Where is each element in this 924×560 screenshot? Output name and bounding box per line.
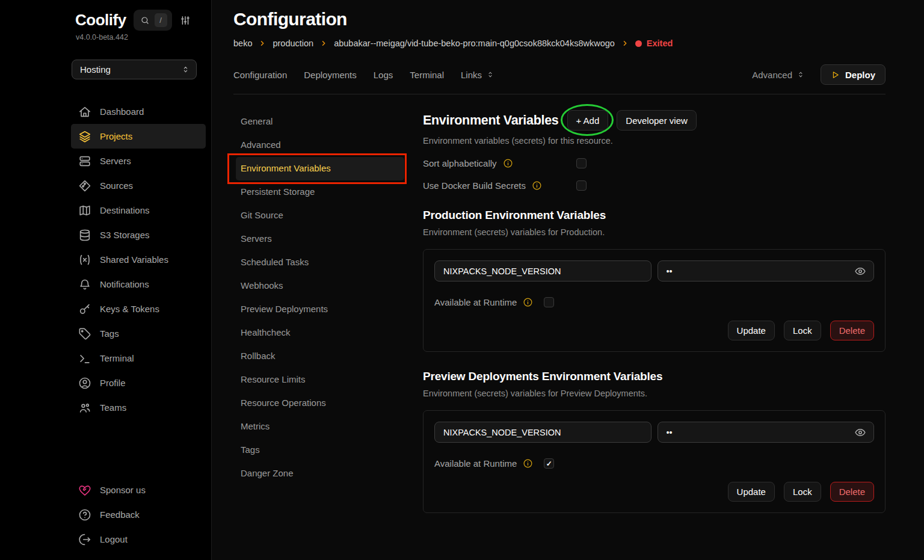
- update-button[interactable]: Update: [728, 321, 775, 340]
- sidebar-item-shared-variables[interactable]: Shared Variables: [71, 247, 206, 272]
- tab-links-dropdown[interactable]: Links: [461, 70, 494, 80]
- subnav-item-tags[interactable]: Tags: [236, 438, 404, 462]
- subnav-item-git-source[interactable]: Git Source: [236, 204, 404, 227]
- status-badge: Exited: [635, 38, 673, 48]
- sidebar-item-keys-tokens[interactable]: Keys & Tokens: [71, 297, 206, 321]
- app-logo[interactable]: Coolify: [75, 11, 126, 29]
- sidebar-item-projects[interactable]: Projects: [71, 124, 206, 149]
- team-select[interactable]: Hosting: [72, 60, 197, 79]
- runtime-label: Available at Runtime: [434, 297, 517, 307]
- developer-view-button[interactable]: Developer view: [617, 110, 697, 131]
- docker-build-secrets-row: Use Docker Build Secrets: [423, 180, 587, 191]
- sidebar-item-sources[interactable]: Sources: [71, 173, 206, 198]
- variable-actions: Update Lock Delete: [434, 482, 874, 502]
- sidebar-item-profile[interactable]: Profile: [71, 371, 206, 395]
- sidebar-item-sponsor-us[interactable]: Sponsor us: [71, 478, 206, 502]
- subnav-item-webhooks[interactable]: Webhooks: [236, 274, 404, 298]
- sidebar-item-label: Profile: [100, 378, 126, 388]
- sidebar-item-logout[interactable]: Logout: [71, 527, 206, 552]
- main-area: Configuration beko production abubakar--…: [212, 0, 924, 560]
- sidebar-item-label: Feedback: [100, 509, 140, 520]
- sort-alphabetically-row: Sort alphabetically: [423, 158, 587, 168]
- sidebar-item-label: Dashboard: [100, 106, 144, 117]
- filter-sliders-button[interactable]: [179, 14, 191, 26]
- update-button[interactable]: Update: [728, 482, 775, 502]
- sidebar-item-tags[interactable]: Tags: [71, 321, 206, 346]
- search-button[interactable]: /: [134, 10, 172, 31]
- reveal-value-button[interactable]: [854, 265, 866, 277]
- sidebar-item-feedback[interactable]: Feedback: [71, 502, 206, 527]
- available-at-runtime-checkbox[interactable]: [544, 458, 554, 469]
- sidebar-item-teams[interactable]: Teams: [71, 395, 206, 420]
- info-icon[interactable]: [523, 297, 533, 307]
- map-icon: [78, 204, 91, 217]
- sidebar-item-dashboard[interactable]: Dashboard: [71, 99, 206, 124]
- subnav-item-environment-variables[interactable]: Environment Variables: [236, 157, 404, 180]
- sidebar-item-s3-storages[interactable]: S3 Storages: [71, 223, 206, 247]
- advanced-dropdown[interactable]: Advanced: [752, 70, 805, 80]
- delete-button[interactable]: Delete: [830, 482, 874, 502]
- info-icon[interactable]: [503, 158, 513, 168]
- breadcrumb-environment[interactable]: production: [273, 38, 313, 48]
- subnav-item-general[interactable]: General: [236, 110, 404, 134]
- production-variable-card: Available at Runtime Update Lock Delete: [423, 249, 886, 352]
- status-dot-icon: [635, 40, 642, 47]
- tab-actions: Advanced Deploy: [752, 64, 886, 85]
- available-at-runtime-checkbox[interactable]: [544, 297, 554, 307]
- subnav-item-persistent-storage[interactable]: Persistent Storage: [236, 180, 404, 204]
- subnav-item-resource-operations[interactable]: Resource Operations: [236, 392, 404, 415]
- home-icon: [78, 105, 91, 118]
- subnav-item-advanced[interactable]: Advanced: [236, 134, 404, 157]
- sort-alphabetically-checkbox[interactable]: [576, 158, 587, 168]
- breadcrumb-resource[interactable]: abubakar--meigag/vid-tube-beko-pro:main-…: [334, 38, 615, 48]
- coolify-app-window: Coolify / v4.0.0-beta.442 Hosting Dashbo…: [0, 0, 924, 560]
- tab-logs[interactable]: Logs: [374, 70, 393, 80]
- variable-value-input[interactable]: [665, 266, 855, 277]
- subnav-item-danger-zone[interactable]: Danger Zone: [236, 462, 404, 485]
- add-button[interactable]: + Add: [567, 110, 609, 131]
- info-icon[interactable]: [532, 180, 542, 191]
- tab-terminal[interactable]: Terminal: [410, 70, 444, 80]
- logout-icon: [78, 533, 91, 546]
- tab-bar: Configuration Deployments Logs Terminal …: [233, 64, 886, 94]
- subnav-item-metrics[interactable]: Metrics: [236, 415, 404, 438]
- page-title: Configuration: [233, 9, 886, 29]
- sidebar-item-label: Tags: [100, 328, 119, 339]
- sidebar-item-label: Keys & Tokens: [100, 304, 159, 314]
- subnav-item-scheduled-tasks[interactable]: Scheduled Tasks: [236, 251, 404, 274]
- subnav-item-resource-limits[interactable]: Resource Limits: [236, 368, 404, 392]
- sidebar-item-notifications[interactable]: Notifications: [71, 272, 206, 297]
- status-text: Exited: [647, 38, 673, 48]
- info-icon[interactable]: [523, 458, 533, 469]
- subnav-item-rollback[interactable]: Rollback: [236, 345, 404, 368]
- sidebar-item-label: Notifications: [100, 279, 149, 289]
- heart-handshake-icon: [78, 484, 91, 497]
- variable-key-field: [434, 422, 651, 443]
- reveal-value-button[interactable]: [854, 426, 866, 438]
- sidebar-item-destinations[interactable]: Destinations: [71, 198, 206, 223]
- tab-configuration[interactable]: Configuration: [233, 70, 287, 80]
- sliders-icon: [179, 14, 191, 26]
- variable-key-input[interactable]: [442, 266, 644, 277]
- tab-deployments[interactable]: Deployments: [304, 70, 357, 80]
- chevron-right-icon: [621, 40, 629, 47]
- variable-actions: Update Lock Delete: [434, 321, 874, 340]
- breadcrumb-project[interactable]: beko: [233, 38, 252, 48]
- lock-button[interactable]: Lock: [784, 482, 821, 502]
- delete-button[interactable]: Delete: [830, 321, 874, 340]
- lock-button[interactable]: Lock: [784, 321, 821, 340]
- subnav-item-healthcheck[interactable]: Healthcheck: [236, 321, 404, 345]
- variable-value-input[interactable]: [665, 427, 855, 438]
- chevron-right-icon: [320, 40, 327, 47]
- eye-icon: [854, 265, 866, 277]
- variable-inputs-row: [434, 422, 874, 443]
- subnav-item-servers[interactable]: Servers: [236, 227, 404, 251]
- sidebar-item-servers[interactable]: Servers: [71, 149, 206, 173]
- variable-key-input[interactable]: [442, 427, 644, 438]
- chevron-up-down-icon: [796, 70, 805, 79]
- sidebar-item-terminal[interactable]: Terminal: [71, 346, 206, 371]
- subnav-item-preview-deployments[interactable]: Preview Deployments: [236, 298, 404, 321]
- docker-build-secrets-checkbox[interactable]: [576, 180, 587, 191]
- chevron-up-down-icon: [486, 70, 494, 79]
- deploy-button[interactable]: Deploy: [821, 64, 886, 85]
